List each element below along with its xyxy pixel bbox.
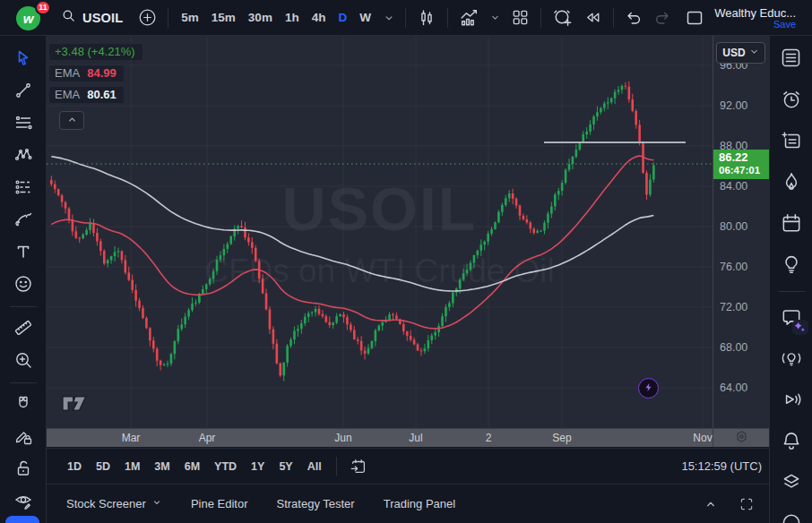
hidden-button-peek[interactable] [5, 516, 39, 523]
tab-stock-screener[interactable]: Stock Screener [66, 497, 162, 510]
alert-button[interactable] [548, 4, 577, 32]
panel-ai-chat[interactable] [773, 297, 809, 339]
tool-text[interactable] [5, 236, 41, 269]
panel-maximize-button[interactable] [733, 490, 760, 519]
chevron-down-icon [151, 497, 162, 510]
user-menu-logo[interactable]: w 11 [9, 2, 48, 34]
panel-help[interactable] [773, 503, 809, 523]
chart-pane[interactable]: USOIL CFDs on WTI Crude Oil +3.48 (+4.21… [47, 36, 713, 428]
tab-pine-editor[interactable]: Pine Editor [191, 497, 248, 510]
panel-hotlists[interactable] [773, 162, 809, 203]
divider [10, 306, 37, 307]
tradingview-logo[interactable] [61, 395, 89, 416]
range-3M[interactable]: 3M [148, 457, 176, 476]
interval-group: 5m15m30m1h4hDW [175, 4, 377, 31]
go-to-date-button[interactable] [345, 455, 372, 478]
xabcd-pattern-icon [13, 144, 34, 168]
fib-retracement-icon [13, 112, 34, 136]
range-1Y[interactable]: 1Y [245, 457, 271, 476]
range-6M[interactable]: 6M [178, 457, 206, 476]
legend-collapse-button[interactable] [59, 111, 84, 130]
panel-ideas[interactable] [773, 244, 809, 286]
interval-D[interactable]: D [332, 4, 353, 31]
range-5Y[interactable]: 5Y [272, 457, 298, 476]
trend-line-icon [13, 80, 34, 104]
add-circle-icon [137, 7, 158, 28]
bottom-panel: Stock ScreenerPine EditorStrategy Tester… [47, 484, 769, 523]
range-1D[interactable]: 1D [61, 457, 88, 476]
price-axis[interactable]: USD 96.0092.0088.0084.0080.0076.0072.006… [713, 36, 769, 428]
panel-expand-button[interactable] [697, 490, 724, 519]
alarm-clock-icon [780, 88, 803, 114]
ema-fast-row[interactable]: EMA 84.99 [49, 65, 124, 81]
panel-notifications[interactable] [773, 421, 809, 462]
tool-xabcd-pattern[interactable] [5, 140, 41, 172]
tab-strategy-tester[interactable]: Strategy Tester [276, 497, 354, 510]
interval-4h[interactable]: 4h [306, 4, 333, 31]
chevron-down-icon [749, 47, 759, 59]
interval-5m[interactable]: 5m [175, 4, 205, 31]
clock-utc[interactable]: 15:12:59 (UTC) [681, 459, 762, 473]
time-label-Nov: Nov [693, 432, 712, 444]
flash-trade-button[interactable] [638, 378, 659, 399]
lock-icon [13, 458, 34, 482]
layout-icon [684, 7, 705, 29]
tool-brush[interactable] [5, 204, 41, 236]
redo-button[interactable] [649, 4, 676, 32]
compare-add-button[interactable] [134, 4, 161, 32]
range-All[interactable]: All [301, 457, 328, 476]
symbol-search[interactable]: USOIL [50, 4, 132, 32]
divider [405, 8, 406, 28]
tool-emoji[interactable] [5, 269, 41, 301]
replay-button[interactable] [579, 4, 607, 32]
save-button[interactable]: Save [773, 19, 796, 30]
tool-trend-line[interactable] [5, 75, 41, 107]
ema-slow-row[interactable]: EMA 80.61 [49, 87, 124, 103]
change-readout: +3.48 (+4.21%) [49, 44, 143, 60]
divider [336, 457, 337, 476]
tool-ruler[interactable] [5, 313, 41, 345]
panel-ideas-live[interactable] [773, 339, 809, 380]
text-icon [13, 241, 34, 265]
tool-drawing-edit[interactable] [5, 421, 41, 453]
undo-button[interactable] [620, 4, 647, 32]
currency-dropdown[interactable]: USD [716, 42, 765, 64]
chart-type-button[interactable] [412, 4, 441, 32]
chevron-up-icon [66, 114, 78, 128]
tab-trading-panel[interactable]: Trading Panel [384, 497, 455, 510]
watchlist-icon [779, 46, 803, 73]
layout-select-button[interactable] [680, 4, 709, 32]
axis-settings-button[interactable] [713, 429, 769, 447]
layers-icon [780, 470, 803, 496]
range-YTD[interactable]: YTD [208, 457, 243, 476]
range-5D[interactable]: 5D [90, 457, 117, 476]
panel-notes[interactable] [773, 121, 809, 162]
tool-fib-retracement[interactable] [5, 107, 41, 140]
interval-menu-chevron[interactable] [379, 4, 399, 32]
indicators-button[interactable] [454, 4, 484, 32]
panel-calendar[interactable] [773, 203, 809, 244]
tool-cursor[interactable] [5, 43, 41, 75]
layout-save[interactable]: Wealthy Educ... Save [714, 6, 796, 30]
panel-object-tree[interactable] [773, 462, 809, 503]
time-label-Sep: Sep [552, 432, 571, 444]
tool-hide-drawings[interactable] [5, 485, 41, 518]
range-1M[interactable]: 1M [118, 457, 146, 476]
tool-lock[interactable] [5, 453, 41, 485]
tab-label: Pine Editor [191, 497, 248, 510]
panel-watchlist[interactable] [773, 39, 809, 80]
emoji-icon [13, 273, 34, 297]
panel-alerts[interactable] [773, 80, 809, 121]
panel-streams[interactable] [773, 380, 809, 421]
interval-30m[interactable]: 30m [242, 4, 279, 31]
ai-sparkles-icon [792, 320, 808, 335]
interval-15m[interactable]: 15m [205, 4, 242, 31]
tool-zoom-in[interactable] [5, 345, 41, 377]
tool-forecast[interactable] [5, 172, 41, 204]
indicator-templates-button[interactable] [506, 4, 534, 32]
interval-1h[interactable]: 1h [279, 4, 306, 31]
tool-magnet[interactable] [5, 389, 41, 421]
interval-W[interactable]: W [353, 4, 377, 31]
indicators-chevron[interactable] [486, 4, 505, 32]
time-axis[interactable]: MarAprJunJul2SepNov [47, 429, 713, 447]
